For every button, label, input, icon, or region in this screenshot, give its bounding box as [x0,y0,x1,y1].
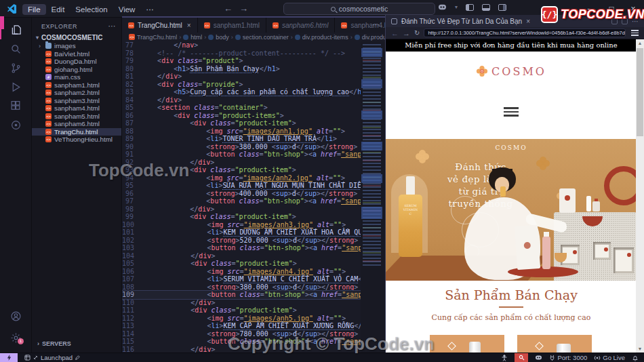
toggle-panel-icon[interactable] [482,4,490,11]
file-item-sanpham4-html[interactable]: <>sanpham4.html [32,104,121,113]
file-item-sanpham5-html[interactable]: <>sanpham5.html [32,113,121,121]
file-item-sanpham1-html[interactable]: <>sanpham1.html [32,81,121,89]
code-line-98[interactable]: 98 </div> [122,205,361,214]
code-line-99[interactable]: 99 <div class="product-item"> [122,213,361,221]
code-line-107[interactable]: 107 <li>SERUM VITAMIN C CHIẾT XUẤT VỎ CA… [122,275,361,283]
live-preview-icon[interactable] [0,115,31,134]
menu-selection[interactable]: Selection [70,4,113,15]
file-item-main-css[interactable]: #main.css [32,73,121,81]
toggle-secondary-sidebar-icon[interactable] [498,4,506,11]
code-line-97[interactable]: 97 <button class="btn-shop"><a href="san… [122,197,361,205]
history-arrows[interactable]: ←→ [224,3,255,14]
copilot-icon[interactable] [438,3,447,11]
breadcrumb-item[interactable]: <>TrangChu.html [129,34,177,41]
chevron-down-icon[interactable]: ▾ [455,4,458,10]
search-sidebar-icon[interactable] [0,39,31,58]
breadcrumb-item[interactable]: html [183,34,202,41]
file-item-giohang-html[interactable]: <>giohang.html [32,66,121,74]
source-control-icon[interactable] [0,58,31,77]
code-line-83[interactable]: 83 <h5>Cung cấp các sản phẩm có chất lượ… [122,88,361,96]
explorer-more-icon[interactable]: ⋯ [108,22,117,31]
tab-sanpham6-html[interactable]: <>sanpham6.html [266,18,335,33]
code-line-111[interactable]: 111 <div class="product-item"> [122,306,361,315]
command-search-input[interactable]: cosmocosmetic [283,3,435,15]
page-scrollbar-thumb[interactable] [637,48,643,136]
code-line-78[interactable]: 78 <!-- /* -------product-content-------… [122,49,361,58]
site-menu-icon[interactable] [504,107,519,117]
product-card[interactable] [430,335,504,353]
code-line-77[interactable]: 77 </nav> [122,41,361,49]
code-line-79[interactable]: 79 <div class="product"> [122,57,361,65]
port-item[interactable]: Port: 3000 [549,354,587,361]
forward-icon[interactable]: → [403,29,410,37]
accessibility-icon[interactable] [501,355,508,361]
code-line-96[interactable]: 96 <strong>400.000 <sup>đ</sup></strong> [122,190,361,198]
code-line-113[interactable]: 113 <li>KEM CẤP ẨM CHIẾT XUẤT XƯƠNG RỒNG… [122,322,361,330]
launchpad-item[interactable]: Launchpad [24,354,80,361]
toggle-sidebar-icon[interactable] [466,4,474,11]
breadcrumb[interactable]: <>TrangChu.html›html›body›section.contai… [122,33,385,41]
back-icon[interactable]: ← [391,29,399,37]
explorer-icon[interactable] [0,20,31,39]
notifications-bell-icon[interactable] [632,355,639,361]
browser-menu-icon[interactable] [631,30,639,36]
preview-close-icon[interactable]: × [526,18,530,25]
code-editor[interactable]: 77 </nav>78 <!-- /* -------product-conte… [122,41,361,353]
minimap[interactable] [361,41,385,353]
code-line-102[interactable]: 102 <strong>520.000 <sup>đ</sup></strong… [122,237,361,245]
code-line-82[interactable]: 82 <div class="provide"> [122,81,361,89]
code-line-89[interactable]: 89 <li>TONER TINH DẦU TRÀM TRÀ</li> [122,135,361,143]
site-logo[interactable]: COSMO [491,65,546,78]
file-item-images[interactable]: ›images [32,42,121,50]
highlighted-search-icon[interactable] [515,353,528,362]
scroll-down-icon[interactable]: ▼ [638,346,643,351]
menu-view[interactable]: View [113,4,141,15]
file-item-sanpham2-html[interactable]: <>sanpham2.html [32,89,121,97]
url-input[interactable]: http://127.0.0.1:3000/TrangChu.html?serv… [424,28,626,37]
extensions-icon[interactable] [0,96,31,115]
code-line-100[interactable]: 100 <img src="images/anh3.jpg" alt=""> [122,221,361,229]
file-item-duongda-html[interactable]: <>DuongDa.html [32,58,121,66]
tab-sanpham1-html[interactable]: <>sanpham1.html [198,18,266,33]
scroll-up-icon[interactable]: ▲ [638,41,643,45]
tab-close-icon[interactable]: × [187,22,191,29]
code-line-86[interactable]: 86 <div class="product-items"> [122,112,361,120]
code-line-87[interactable]: 87 <div class="product-item"> [122,119,361,127]
code-line-85[interactable]: 85 <section class="container"> [122,104,361,112]
code-line-103[interactable]: 103 <button class="btn-shop"><a href="sa… [122,244,361,252]
code-line-109[interactable]: 109 <button class="btn-shop"><a href="sa… [122,291,361,299]
reload-icon[interactable]: ↻ [414,29,420,37]
code-line-104[interactable]: 104 </div> [122,252,361,260]
remote-indicator[interactable] [0,353,18,362]
code-line-108[interactable]: 108 <strong>380.000 <sup>đ</sup></strong… [122,283,361,291]
code-line-91[interactable]: 91 <button class="btn-shop"><a href="san… [122,150,361,159]
file-item-sanpham6-html[interactable]: <>sanpham6.html [32,120,121,128]
breadcrumb-item[interactable]: div.product-items [295,34,348,41]
file-item-trangchu-html[interactable]: <>TrangChu.html [32,128,121,136]
tab-trangchu-html[interactable]: <>TrangChu.html× [122,18,198,33]
breadcrumb-item[interactable]: body [208,34,229,41]
code-line-101[interactable]: 101 <li>KEM DƯỠNG ẨM CHIẾT XUẤT HOA CẨM … [122,228,361,237]
breadcrumb-item[interactable]: div.product-item [355,34,385,41]
code-line-81[interactable]: 81 </div> [122,73,361,81]
code-line-88[interactable]: 88 <img src="images/anh1.jpg" alt=""> [122,127,361,136]
breadcrumb-item[interactable]: section.container [235,34,289,41]
tabs-more-icon[interactable]: ⋯ [372,20,380,29]
code-line-90[interactable]: 90 <strong>380.000 <sup>đ</sup></strong> [122,143,361,151]
file-item-sanpham3-html[interactable]: <>sanpham3.html [32,97,121,105]
product-card[interactable] [517,335,592,353]
copilot-status-icon[interactable] [535,355,542,361]
code-line-106[interactable]: 106 <img src="images/anh4.jpg" alt=""> [122,268,361,276]
explorer-root-folder[interactable]: ▾ COSMOCOSMETIC [32,33,121,42]
code-line-110[interactable]: 110 </div> [122,299,361,307]
code-line-105[interactable]: 105 <div class="product-item"> [122,260,361,268]
run-debug-icon[interactable] [0,77,31,96]
settings-gear-icon[interactable]: 1 [1,328,32,347]
preview-tab-title[interactable]: Đánh Thức Vẻ Đẹp Từ Làn Da Của Bạn [401,18,522,25]
servers-section[interactable]: › SERVERS [32,340,121,347]
code-line-112[interactable]: 112 <img src="images/anh5.jpg" alt=""> [122,315,361,323]
file-item-vethuonghieu-html[interactable]: <>VeThuongHieu.html [32,136,121,144]
code-line-95[interactable]: 95 <li>SỮA RỬA MẶT NGỪA MỤN TINH CHẤT DI… [122,182,361,190]
file-item-baiviet-html[interactable]: <>BaiViet.html [32,50,121,58]
menu-more[interactable]: ⋯ [140,4,159,15]
